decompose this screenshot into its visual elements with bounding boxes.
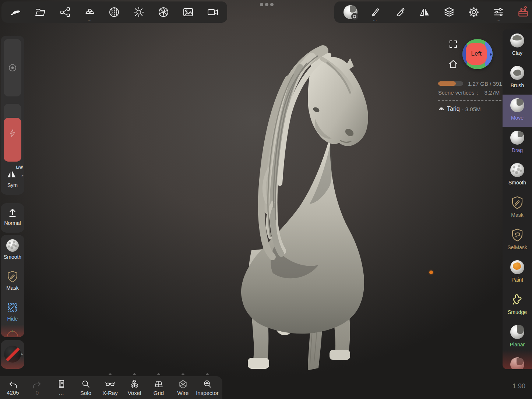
xray-toggle[interactable]: X-Ray	[98, 376, 122, 399]
postprocess-icon[interactable]	[155, 4, 172, 21]
stroke-controls-card: L/W ▸ Sym	[1, 36, 24, 195]
sym-expand-caret[interactable]: ▸	[22, 173, 24, 177]
mesh-icon	[438, 106, 445, 112]
move-tool-icon	[510, 98, 524, 112]
tool-smudge[interactable]: Smudge	[503, 289, 532, 321]
notes-icon	[56, 379, 67, 389]
intensity-slider-fill	[4, 118, 21, 162]
quick-mask-button[interactable]: Mask	[1, 270, 24, 291]
voxel-toggle[interactable]: Voxel	[122, 376, 147, 399]
no-material-icon	[4, 346, 21, 363]
tool-selmask[interactable]: SelMask	[503, 224, 532, 257]
tool-paint[interactable]: Paint	[503, 257, 532, 289]
gizmo-face-left[interactable]: Left	[466, 43, 487, 65]
pencil-more-badge: …	[373, 18, 377, 21]
material-icon[interactable]	[106, 4, 123, 21]
solo-icon	[81, 379, 91, 389]
voxel-caret[interactable]	[133, 373, 136, 375]
partial-tool-icon	[510, 357, 524, 369]
symmetry-icon[interactable]	[416, 4, 433, 21]
horse-model[interactable]	[201, 40, 377, 372]
solo-toggle[interactable]: Solo	[74, 376, 98, 399]
scene-vertices: Scene vertices： 3.27M	[438, 89, 500, 96]
symmetry-toggle[interactable]: L/W ▸ Sym	[1, 165, 24, 188]
tool-panel: Clay Brush Move Drag Smooth Mask SelMask…	[503, 29, 532, 369]
hud-separator	[438, 100, 501, 101]
material-off-button[interactable]	[1, 346, 24, 363]
object-vertices: · 3.05M	[462, 106, 481, 112]
undo-button[interactable]: 4205	[1, 376, 25, 399]
stroke-pencil-icon[interactable]: …	[367, 4, 384, 21]
tool-smooth[interactable]: Smooth	[503, 159, 532, 192]
quick-smooth-icon	[6, 239, 19, 252]
tool-drag[interactable]: Drag	[503, 127, 532, 159]
topology-more-badge: …	[88, 18, 92, 21]
redo-button[interactable]: 0	[25, 376, 49, 399]
tweaks-sliders-icon[interactable]: …	[490, 4, 507, 21]
smudge-hand-icon	[510, 293, 524, 307]
material-expand-caret[interactable]: ▸	[21, 352, 23, 356]
toolbar-left: …	[1, 1, 227, 23]
mask-shield-icon	[510, 195, 524, 209]
falloff-normal-button[interactable]: Normal	[1, 207, 24, 226]
tool-brush[interactable]: Brush	[503, 62, 532, 95]
painting-icon[interactable]	[391, 4, 408, 21]
orientation-gizmo[interactable]: F Left	[462, 39, 493, 69]
tool-clay[interactable]: Clay	[503, 30, 532, 62]
wire-icon	[178, 379, 188, 389]
grid-caret[interactable]	[157, 373, 161, 375]
smooth-tool-icon	[510, 163, 524, 177]
memory-bar-fill	[438, 81, 456, 86]
debug-toolbox-icon[interactable]	[515, 4, 532, 21]
topology-icon[interactable]: …	[81, 4, 98, 21]
tool-mask[interactable]: Mask	[503, 192, 532, 224]
paint-tool-icon	[510, 260, 524, 274]
tool-move[interactable]: Move	[503, 95, 532, 127]
xray-caret[interactable]	[108, 373, 112, 375]
gizmo-remnant-icon	[6, 330, 19, 337]
sliders-more-badge: …	[496, 18, 501, 21]
gizmo-front-label: F	[490, 52, 492, 57]
object-row[interactable]: Tariq · 3.05M	[438, 106, 481, 112]
drag-tool-icon	[510, 131, 524, 145]
grid-toggle[interactable]: Grid	[147, 376, 171, 399]
background-image-icon[interactable]	[180, 4, 197, 21]
toolbar-right: … …	[334, 1, 532, 23]
tool-planar[interactable]: Planar	[503, 321, 532, 354]
intensity-slider[interactable]	[4, 104, 21, 162]
active-tool-matcap[interactable]	[342, 4, 359, 21]
memory-bar	[438, 81, 463, 86]
undo-icon	[7, 379, 18, 389]
clay-tool-icon	[510, 33, 524, 47]
tool-partial[interactable]	[503, 354, 532, 369]
planar-tool-icon	[510, 325, 524, 339]
radius-slider[interactable]	[4, 39, 21, 96]
fullscreen-icon[interactable]	[449, 40, 458, 49]
normal-arrow-icon	[7, 207, 18, 218]
falloff-card: Normal	[1, 203, 24, 233]
inspector-icon	[202, 379, 212, 389]
quick-hide-icon	[6, 301, 19, 314]
notes-button[interactable]: …	[49, 376, 74, 399]
bottom-toolbar: 4205 0 … Solo X-Ray Voxel Grid Wire	[0, 376, 222, 399]
xray-icon	[105, 379, 116, 389]
inspector-toggle[interactable]: Inspector	[195, 376, 219, 399]
home-icon[interactable]	[448, 59, 458, 69]
quick-smooth-button[interactable]: Smooth	[1, 239, 24, 260]
object-name: Tariq	[447, 106, 460, 112]
files-icon[interactable]	[32, 4, 49, 21]
lighting-icon[interactable]	[130, 4, 147, 21]
quick-hide-button[interactable]: Hide	[1, 301, 24, 322]
scene-graph-icon[interactable]	[57, 4, 74, 21]
wire-toggle[interactable]: Wire	[171, 376, 195, 399]
inspector-caret[interactable]	[205, 373, 209, 375]
layers-icon[interactable]	[441, 4, 458, 21]
redo-icon	[32, 379, 43, 389]
settings-gear-icon[interactable]	[465, 4, 482, 21]
app-logo-icon[interactable]	[7, 4, 24, 21]
wire-caret[interactable]	[181, 373, 185, 375]
voxel-icon	[129, 379, 140, 389]
scene-vertices-label: Scene vertices：	[438, 89, 480, 96]
camera-icon[interactable]	[204, 4, 221, 21]
sym-mirror-icon	[6, 168, 17, 179]
